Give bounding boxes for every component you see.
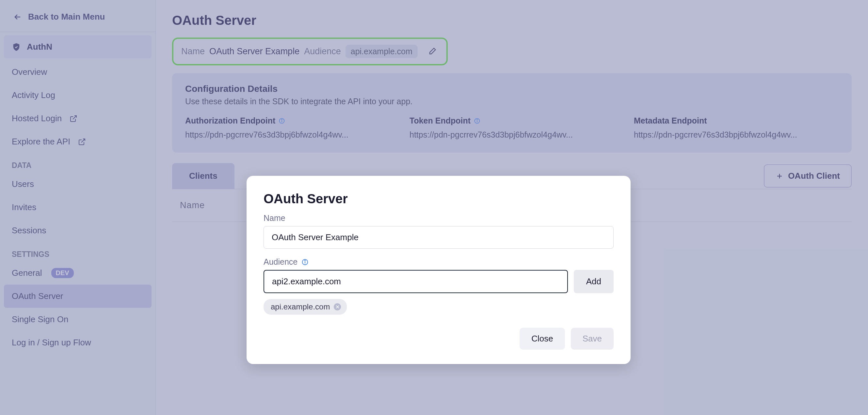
audience-tag: api.example.com ✕: [264, 299, 347, 315]
remove-tag-icon[interactable]: ✕: [334, 303, 341, 310]
name-input[interactable]: [264, 226, 614, 249]
oauth-server-modal: OAuth Server Name Audience Add api.examp…: [247, 176, 630, 364]
modal-audience-label: Audience: [264, 257, 614, 267]
modal-name-label: Name: [264, 213, 614, 223]
svg-point-10: [305, 260, 305, 261]
add-audience-button[interactable]: Add: [574, 270, 614, 293]
modal-title: OAuth Server: [264, 191, 614, 206]
info-icon[interactable]: [302, 259, 309, 266]
audience-input[interactable]: [264, 270, 568, 293]
save-button[interactable]: Save: [571, 328, 614, 350]
close-button[interactable]: Close: [520, 328, 565, 350]
